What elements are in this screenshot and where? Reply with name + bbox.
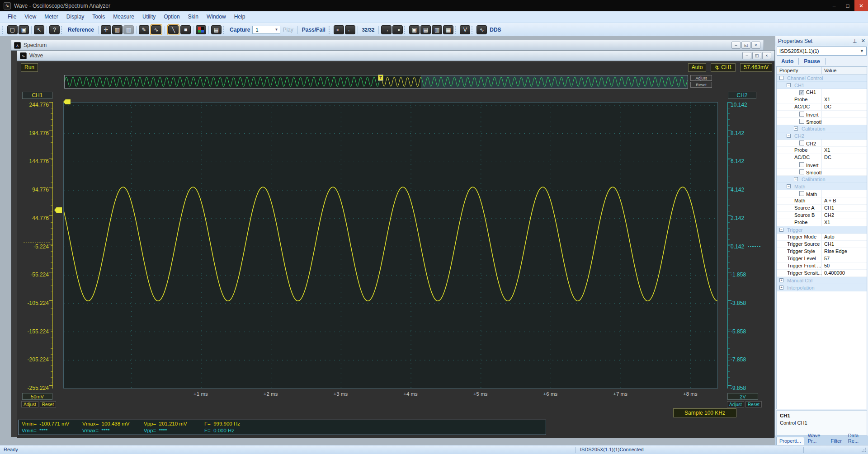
property-value-cell[interactable]	[822, 190, 867, 197]
run-button[interactable]: Run	[21, 63, 38, 72]
property-value-cell[interactable]: 50	[822, 262, 867, 269]
menu-meter[interactable]: Meter	[40, 11, 62, 23]
panel-pause-button[interactable]: Pause	[799, 58, 825, 65]
wave-close-button[interactable]: ×	[762, 52, 771, 59]
tab-wavepr[interactable]: Wave Pr...	[805, 432, 827, 445]
property-row-smooth[interactable]: Smooth	[777, 168, 867, 176]
collapse-icon[interactable]: −	[787, 184, 791, 188]
nav-last-icon[interactable]: ⇥	[392, 25, 403, 34]
tools-icon[interactable]: ✛	[101, 25, 111, 34]
property-row-trigger-source[interactable]: Trigger SourceCH1	[777, 241, 867, 248]
property-value-cell[interactable]	[822, 111, 867, 117]
unchecked-checkbox[interactable]	[799, 140, 804, 145]
property-value-cell[interactable]: X1	[822, 147, 867, 154]
menu-window[interactable]: Window	[203, 11, 230, 23]
property-row-trigger-style[interactable]: Trigger StyleRise Edge	[777, 248, 867, 255]
tab-filter[interactable]: Filter	[828, 437, 844, 445]
overview-adjust-button[interactable]: Adjust	[690, 75, 712, 81]
property-row-trigger-level[interactable]: Trigger Level57	[777, 255, 867, 262]
collapse-icon[interactable]: −	[787, 83, 791, 87]
property-row-invert[interactable]: Invert	[777, 161, 867, 168]
capture-overview-strip[interactable]: T	[64, 75, 688, 89]
property-value-cell[interactable]: DC	[822, 154, 867, 161]
property-row-ch2[interactable]: CH2	[777, 140, 867, 147]
menu-tools[interactable]: Tools	[88, 11, 109, 23]
save-icon[interactable]: ▣	[19, 25, 29, 34]
menu-option[interactable]: Option	[160, 11, 184, 23]
unchecked-checkbox[interactable]	[799, 191, 804, 196]
property-row-trigger-sensit---[interactable]: Trigger Sensit...0.400000	[777, 270, 867, 277]
tree-group-math[interactable]: −Math	[777, 183, 867, 190]
ch2-reset-button[interactable]: Reset	[745, 401, 762, 407]
window-grid-icon[interactable]: ▦	[443, 25, 453, 34]
property-row-invert[interactable]: Invert	[777, 111, 867, 118]
property-value-cell[interactable]: 0.400000	[822, 270, 867, 276]
new-file-icon[interactable]: ▢	[7, 25, 18, 34]
property-row-trigger-mode[interactable]: Trigger ModeAuto	[777, 234, 867, 241]
property-row-ch1[interactable]: ✓CH1	[777, 89, 867, 96]
window-tile-vertical-icon[interactable]: ▥	[432, 25, 442, 34]
dds-icon[interactable]: ∿	[476, 25, 487, 34]
property-value-cell[interactable]: CH2	[822, 212, 867, 219]
menu-view[interactable]: View	[20, 11, 40, 23]
auto-button[interactable]: Auto	[688, 63, 707, 72]
property-value-cell[interactable]: Rise Edge	[822, 248, 867, 255]
trigger-position-flag[interactable]: T	[378, 75, 383, 81]
wave-restore-button[interactable]: ◱	[752, 52, 761, 59]
property-value-cell[interactable]: A + B	[822, 197, 867, 204]
property-row-source-a[interactable]: Source ACH1	[777, 205, 867, 212]
cursor-icon[interactable]: ↖	[34, 25, 44, 34]
expand-icon[interactable]: +	[779, 286, 783, 290]
columns-icon[interactable]: ▥	[112, 25, 123, 34]
nav-prev-icon[interactable]: ←	[345, 25, 355, 34]
menu-display[interactable]: Display	[62, 11, 88, 23]
property-value-cell[interactable]: X1	[822, 96, 867, 103]
collapse-icon[interactable]: −	[779, 228, 783, 232]
property-value-cell[interactable]	[822, 89, 867, 96]
ch1-adjust-button[interactable]: Adjust	[21, 401, 38, 407]
ch2-adjust-button[interactable]: Adjust	[727, 401, 744, 407]
square-style-icon[interactable]: ■	[180, 25, 191, 34]
trigger-channel-button[interactable]: ↯ CH1	[711, 63, 736, 72]
property-row-probe[interactable]: ProbeX1	[777, 96, 867, 103]
nav-first-icon[interactable]: ⇤	[334, 25, 344, 34]
help-icon[interactable]: ?	[49, 25, 60, 34]
color-palette-icon[interactable]	[196, 25, 206, 34]
property-row-probe[interactable]: ProbeX1	[777, 219, 867, 226]
property-value-cell[interactable]: Auto	[822, 234, 867, 240]
property-row-ac-dc[interactable]: AC/DCDC	[777, 154, 867, 161]
close-button[interactable]: ✕	[854, 0, 868, 11]
unchecked-checkbox[interactable]	[799, 162, 804, 167]
unchecked-checkbox[interactable]	[799, 112, 804, 117]
line-style-icon[interactable]: ╲	[168, 25, 179, 34]
device-select[interactable]: ISDS205X(1.1)(1) ▼	[777, 47, 867, 56]
tab-datare[interactable]: Data Re...	[845, 432, 867, 445]
expand-icon[interactable]: +	[794, 177, 798, 181]
tab-properti[interactable]: Properti...	[776, 437, 804, 445]
property-row-probe[interactable]: ProbeX1	[777, 147, 867, 154]
unchecked-checkbox[interactable]	[799, 119, 804, 124]
wave-titlebar[interactable]: ∿ Wave – ◱ ×	[17, 51, 774, 61]
property-row-smooth[interactable]: Smooth	[777, 118, 867, 125]
scope-screen-icon[interactable]: ∿	[151, 25, 161, 34]
report-icon[interactable]: ▤	[211, 25, 222, 34]
menu-help[interactable]: Help	[230, 11, 250, 23]
property-row-math[interactable]: Math	[777, 190, 867, 197]
tree-group-interpolation[interactable]: +Interpolation	[777, 284, 867, 291]
property-row-source-b[interactable]: Source BCH2	[777, 212, 867, 219]
tree-group-ch2[interactable]: −CH2	[777, 132, 867, 140]
spectrum-minimize-button[interactable]: –	[731, 42, 741, 49]
panel-close-icon[interactable]: ✕	[861, 38, 865, 44]
collapse-icon[interactable]: −	[779, 76, 783, 80]
property-value-cell[interactable]: 57	[822, 255, 867, 262]
checked-checkbox[interactable]: ✓	[799, 90, 804, 95]
tree-group-manual-ctrl[interactable]: +Manual Ctrl	[777, 277, 867, 284]
property-value-cell[interactable]	[822, 140, 867, 146]
unchecked-checkbox[interactable]	[799, 169, 804, 174]
ch1-trigger-level-marker[interactable]	[54, 207, 62, 213]
spectrum-restore-button[interactable]: ◱	[741, 42, 750, 49]
menu-file[interactable]: File	[4, 11, 20, 23]
tree-group-ch1[interactable]: −CH1	[777, 82, 867, 89]
expand-icon[interactable]: +	[779, 278, 783, 282]
collapse-icon[interactable]: −	[787, 134, 791, 138]
